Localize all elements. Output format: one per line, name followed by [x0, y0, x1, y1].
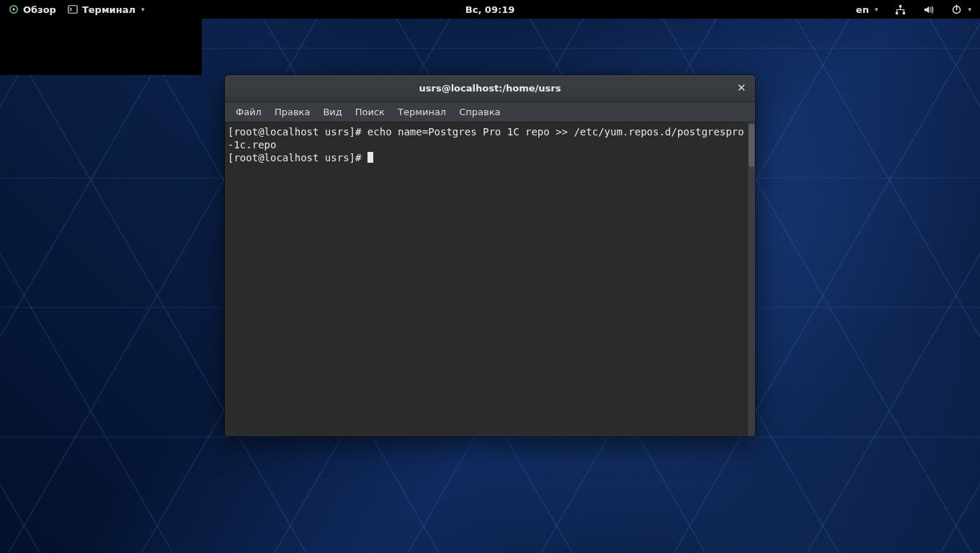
terminal-line-1: [root@localhost usrs]# echo name=Postgre… [228, 126, 744, 150]
window-title: usrs@localhost:/home/usrs [419, 83, 561, 94]
chevron-down-icon: ▾ [141, 6, 145, 13]
svg-rect-4 [896, 12, 898, 14]
activities-button[interactable]: Обзор [4, 0, 61, 19]
terminal-body-wrap: [root@localhost usrs]# echo name=Postgre… [225, 122, 755, 436]
activities-icon [9, 4, 19, 14]
window-titlebar[interactable]: usrs@localhost:/home/usrs ✕ [225, 75, 755, 102]
chevron-down-icon: ▾ [968, 6, 971, 13]
keyboard-layout-button[interactable]: en ▾ [852, 0, 883, 19]
terminal-scrollbar[interactable] [748, 122, 755, 436]
keyboard-layout-label: en [856, 4, 869, 15]
gnome-top-bar: Обзор Терминал ▾ Вс, 09:19 en ▾ [0, 0, 980, 19]
menu-search[interactable]: Поиск [349, 104, 391, 120]
menu-terminal[interactable]: Терминал [391, 104, 453, 120]
top-bar-right: en ▾ ▾ [852, 0, 976, 19]
menu-file[interactable]: Файл [229, 104, 268, 120]
svg-rect-5 [903, 12, 905, 14]
svg-rect-2 [68, 6, 77, 14]
menu-view[interactable]: Вид [316, 104, 348, 120]
window-close-button[interactable]: ✕ [734, 81, 749, 96]
chevron-down-icon: ▾ [875, 6, 878, 13]
app-menu-button[interactable]: Терминал ▾ [63, 0, 149, 19]
terminal-cursor [368, 152, 373, 163]
terminal-app-icon [68, 4, 78, 14]
app-menu-label: Терминал [82, 4, 135, 15]
close-icon: ✕ [737, 83, 747, 94]
activities-label: Обзор [23, 4, 56, 15]
system-menu-button[interactable]: ▾ [947, 0, 976, 19]
clock-button[interactable]: Вс, 09:19 [461, 0, 519, 19]
power-icon [951, 4, 962, 15]
top-left-black-region [0, 19, 202, 75]
scrollbar-thumb[interactable] [749, 124, 754, 167]
terminal-prompt: [root@localhost usrs]# [228, 152, 368, 163]
network-icon[interactable] [891, 0, 910, 19]
clock-label: Вс, 09:19 [466, 4, 514, 15]
menu-help[interactable]: Справка [453, 104, 507, 120]
svg-point-1 [12, 8, 15, 11]
terminal-window: usrs@localhost:/home/usrs ✕ Файл Правка … [225, 75, 755, 436]
volume-icon[interactable] [919, 0, 938, 19]
menu-edit[interactable]: Правка [268, 104, 316, 120]
window-menubar: Файл Правка Вид Поиск Терминал Справка [225, 102, 755, 122]
top-bar-left: Обзор Терминал ▾ [4, 0, 148, 19]
terminal-output[interactable]: [root@localhost usrs]# echo name=Postgre… [225, 122, 748, 436]
svg-rect-3 [899, 4, 901, 6]
